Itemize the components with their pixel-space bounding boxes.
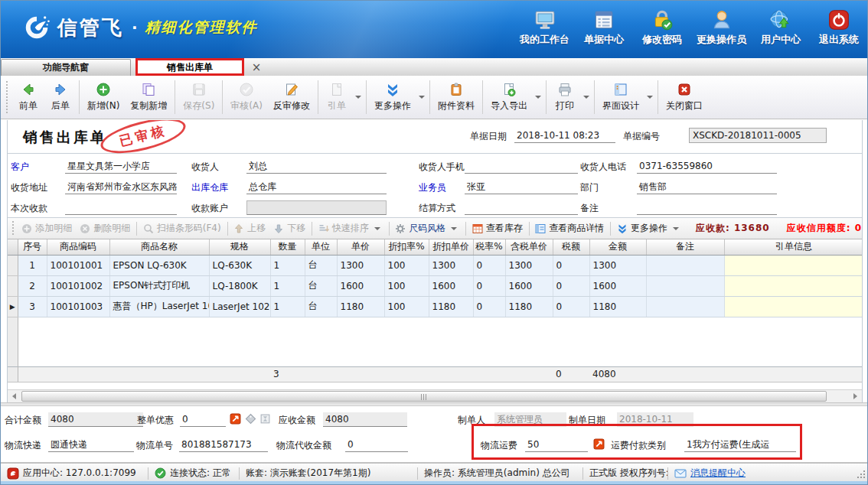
- grid-cell[interactable]: 0: [553, 275, 589, 296]
- department-field[interactable]: 销售部: [637, 180, 777, 194]
- grid-cell[interactable]: [646, 275, 724, 296]
- prev-doc-button[interactable]: 前单: [12, 80, 44, 115]
- grid-cell[interactable]: 1300: [589, 255, 646, 275]
- hourglass-icon[interactable]: [259, 413, 271, 425]
- tab-nav-panel[interactable]: 功能导航窗: [1, 59, 131, 76]
- grid-cell[interactable]: 0: [473, 255, 505, 275]
- ui-design-button[interactable]: 界面设计: [597, 80, 644, 115]
- grid-cell[interactable]: LaserJet 1020: [209, 296, 270, 317]
- grid-cell[interactable]: LQ-1800K: [209, 275, 270, 296]
- top-action-workbench[interactable]: 我的工作台: [520, 8, 569, 47]
- grid-cell[interactable]: 1600: [589, 275, 646, 296]
- grid-col-header[interactable]: 商品名称: [109, 239, 209, 255]
- scroll-right-icon[interactable]: [849, 390, 862, 402]
- customer-field[interactable]: 星星文具第一小学店: [65, 159, 177, 174]
- grid-row[interactable]: ▶3100101003惠普（HP）LaserJet 1020LaserJet 1…: [8, 296, 863, 317]
- payment-now-field[interactable]: [65, 200, 177, 215]
- apply-freight-icon[interactable]: [593, 438, 605, 450]
- grid-cell[interactable]: 1600: [337, 275, 384, 296]
- grid-cell[interactable]: 1: [270, 275, 305, 296]
- receiver-mobile-field[interactable]: [465, 159, 578, 174]
- grid-cell[interactable]: 台: [305, 296, 337, 317]
- grid-cell[interactable]: 1600: [505, 275, 553, 296]
- grid-row[interactable]: 1100101001EPSON LQ-630KLQ-630K1台13001001…: [8, 255, 863, 275]
- top-action-change-password[interactable]: 修改密码: [638, 8, 686, 47]
- grid-col-header[interactable]: 商品编码: [47, 239, 109, 255]
- grid-cell[interactable]: 1300: [505, 255, 553, 275]
- grid-col-header[interactable]: 折扣率%: [384, 239, 429, 255]
- scan-barcode-button[interactable]: 扫描条形码(F4): [139, 222, 225, 235]
- grid-cell[interactable]: 100: [384, 296, 429, 317]
- top-action-switch-operator[interactable]: 更换操作员: [697, 8, 746, 47]
- grid-col-header[interactable]: 税额: [553, 239, 589, 255]
- grid-col-header[interactable]: 金额: [589, 239, 646, 255]
- move-up-button[interactable]: 上移: [230, 222, 269, 235]
- copy-new-button[interactable]: 复制新增: [125, 80, 172, 115]
- grid-cell[interactable]: EPSON针式打印机: [109, 275, 209, 296]
- grid-cell[interactable]: 0: [553, 255, 589, 275]
- import-export-button[interactable]: 导入导出: [485, 80, 533, 115]
- grid-cell[interactable]: 1300: [337, 255, 384, 275]
- grid-cell[interactable]: 0: [473, 275, 505, 296]
- receiver-phone-field[interactable]: 0371-63559860: [637, 159, 777, 174]
- grid-cell[interactable]: [646, 255, 724, 275]
- grid-col-header[interactable]: 单价: [337, 239, 384, 255]
- grid-col-header[interactable]: 含税单价: [505, 239, 553, 255]
- view-product-detail-button[interactable]: 查看商品详情: [531, 222, 608, 235]
- grid-cell[interactable]: EPSON LQ-630K: [109, 255, 209, 275]
- chevron-down-icon[interactable]: [355, 96, 361, 99]
- row-selector[interactable]: [8, 255, 18, 275]
- grid-cell[interactable]: [646, 296, 724, 317]
- grid-cell[interactable]: 100: [384, 275, 429, 296]
- move-down-button[interactable]: 下移: [269, 222, 309, 235]
- cod-amount-field[interactable]: 0: [345, 438, 408, 452]
- grid-cell[interactable]: 1180: [505, 296, 553, 317]
- express-field[interactable]: 圆通快递: [48, 438, 134, 452]
- salesman-field[interactable]: 张亚: [465, 180, 578, 194]
- tab-sales-outbound[interactable]: 销售出库单: [135, 58, 244, 76]
- grid-cell[interactable]: 3: [18, 296, 47, 317]
- row-selector[interactable]: ▶: [8, 296, 18, 317]
- settlement-field[interactable]: [465, 200, 578, 215]
- remark-field[interactable]: [637, 200, 777, 215]
- grid-row[interactable]: 2100101002EPSON针式打印机LQ-1800K1台1600100160…: [8, 275, 863, 296]
- top-action-exit-system[interactable]: 退出系统: [815, 8, 863, 47]
- horizontal-scrollbar[interactable]: [8, 389, 862, 402]
- unaudit-button[interactable]: 反审修改: [268, 80, 315, 115]
- grid-col-header[interactable]: 备注: [646, 239, 724, 255]
- grid-cell[interactable]: [724, 275, 863, 296]
- grid-cell[interactable]: 1300: [429, 255, 473, 275]
- grid-col-header[interactable]: 税率%: [473, 239, 505, 255]
- grid-cell[interactable]: 1180: [589, 296, 646, 317]
- size-style-button[interactable]: 尺码风格: [391, 222, 463, 235]
- quick-sort-button[interactable]: 快速排序: [315, 222, 387, 235]
- grid-col-header[interactable]: 引单信息: [724, 239, 863, 255]
- ref-doc-button[interactable]: 引单: [321, 80, 353, 115]
- doc-date-value[interactable]: 2018-10-11 08:23: [514, 129, 615, 143]
- freight-field[interactable]: 50: [525, 438, 588, 452]
- top-action-user-center[interactable]: 用户中心: [757, 8, 804, 47]
- chevron-down-icon[interactable]: [451, 227, 457, 230]
- grid-cell[interactable]: LQ-630K: [209, 255, 270, 275]
- tab-close-icon[interactable]: ×: [247, 60, 266, 76]
- chevron-down-icon[interactable]: [535, 96, 541, 99]
- grid-cell[interactable]: [724, 255, 863, 275]
- grid-more-actions-button[interactable]: 更多操作: [613, 222, 685, 235]
- new-doc-button[interactable]: 新增(N): [82, 80, 125, 115]
- print-button[interactable]: 打印: [549, 80, 581, 115]
- grid-cell[interactable]: 100: [384, 255, 429, 275]
- grid-cell[interactable]: 1180: [429, 296, 473, 317]
- chevron-down-icon[interactable]: [374, 227, 380, 230]
- save-button[interactable]: 保存(S): [178, 80, 220, 115]
- chevron-down-icon[interactable]: [647, 96, 653, 99]
- grid-col-header[interactable]: 单位: [305, 239, 337, 255]
- more-actions-button[interactable]: 更多操作: [369, 80, 416, 115]
- grid-cell[interactable]: 台: [305, 255, 337, 275]
- next-doc-button[interactable]: 后单: [44, 80, 77, 115]
- chevron-down-icon[interactable]: [583, 96, 589, 99]
- grid-cell[interactable]: 1180: [337, 296, 384, 317]
- view-stock-button[interactable]: 查看库存: [468, 222, 527, 235]
- address-field[interactable]: 河南省郑州市金水区东风路: [65, 180, 177, 194]
- add-detail-button[interactable]: 添加明细: [18, 222, 76, 235]
- grid-cell[interactable]: 台: [305, 275, 337, 296]
